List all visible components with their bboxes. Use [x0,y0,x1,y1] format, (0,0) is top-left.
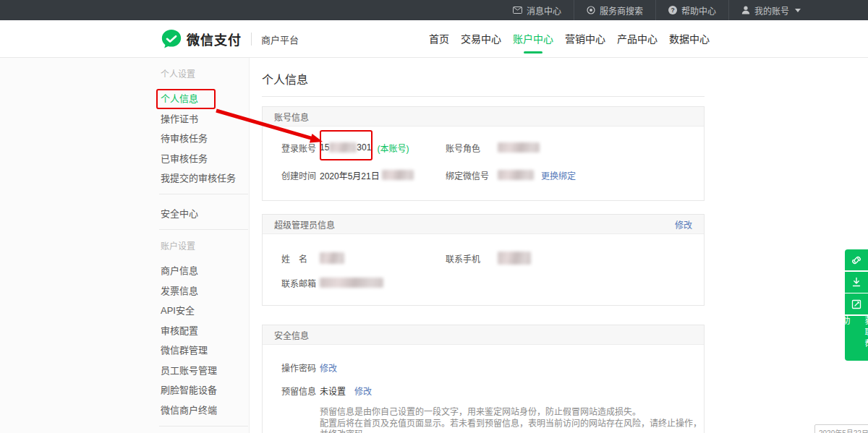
redacted-account-role [498,142,540,153]
title-divider [262,96,705,97]
bound-wechat-row: 绑定微信号 更换绑定 [446,161,704,189]
sidebar-group-title-personal: 个人设置 [161,68,249,81]
topbar-item-label: 帮助中心 [681,4,716,17]
sidebar-item[interactable]: 个人信息 [161,93,249,106]
admin-email-row: 联系邮箱 [281,270,446,295]
page-title: 个人信息 [262,72,705,88]
sidebar-group-title-account: 账户设置 [161,240,249,253]
current-account-tag: (本账号) [377,142,409,154]
super-admin-body: 姓 名 联系手机 联系邮箱 [263,234,704,305]
svg-text:?: ? [671,7,674,14]
sidebar-divider [159,426,248,426]
link-button[interactable] [845,249,868,270]
nav-product-center[interactable]: 产品中心 [617,20,658,58]
portal-name: 商户平台 [261,33,299,46]
feedback-button[interactable] [845,293,868,314]
sidebar-item[interactable]: 已审核任务 [161,153,249,166]
admin-email-label: 联系邮箱 [281,277,320,289]
account-info-panel: 账号信息 登录账号 15301 (本账号) 账号角色 创建时间 2020年5月2… [262,106,705,201]
panel-title: 账号信息 [274,111,309,123]
panel-title: 超级管理员信息 [274,218,335,231]
edit-icon [851,299,861,309]
download-icon [851,277,861,287]
security-info-body: 操作密码 修改 预留信息 未设置 修改 预留信息是由你自己设置的一段文字，用来鉴… [263,345,704,433]
panel-title: 安全信息 [274,329,309,341]
operation-password-row: 操作密码 修改 [281,356,704,378]
nav-home[interactable]: 首页 [429,20,449,58]
chevron-down-icon [795,9,801,12]
login-account-value: 15301 [320,142,371,153]
sidebar-group-personal: 个人信息操作证书待审核任务已审核任务我提交的审核任务 [161,93,249,185]
topbar-item-help-center[interactable]: ? 帮助中心 [655,0,728,20]
user-icon [741,6,750,14]
super-admin-header: 超级管理员信息 修改 [263,215,704,234]
reserved-info-description: 预留信息是由你自己设置的一段文字，用来鉴定网站身份，防止假冒网站造成损失。配置后… [281,407,704,433]
super-admin-panel: 超级管理员信息 修改 姓 名 联系手机 联系邮箱 [262,214,705,306]
sidebar-group-security: 安全中心 [161,207,249,220]
help-icon: ? [668,6,677,14]
nav-transaction-center[interactable]: 交易中心 [461,20,501,58]
sidebar-item[interactable]: 审核配置 [161,325,249,338]
download-button[interactable] [845,272,868,293]
account-role-row: 账号角色 [446,134,704,161]
change-binding-link[interactable]: 更换绑定 [541,169,576,181]
topbar-item-label: 消息中心 [527,4,561,17]
brand-name: 微信支付 [187,30,242,48]
mail-icon [513,7,522,14]
topbar-item-label: 服务商搜索 [600,4,643,17]
get-help-button[interactable]: 获取帮助 [845,316,868,361]
sidebar-item[interactable]: 操作证书 [161,113,249,126]
main-nav: 首页 交易中心 账户中心 营销中心 产品中心 数据中心 [429,20,710,58]
redacted-admin-name [320,252,344,264]
nav-marketing-center[interactable]: 营销中心 [565,20,605,58]
sidebar-item[interactable]: 待审核任务 [161,132,249,145]
sidebar-item[interactable]: 刷脸智能设备 [161,384,249,397]
security-info-panel: 安全信息 操作密码 修改 预留信息 未设置 修改 预留信息是由你自己设置的一段文… [262,325,705,433]
created-time-value: 2020年5月21日 [320,169,380,181]
brand[interactable]: 微信支付 商户平台 [161,20,299,58]
account-info-header: 账号信息 [263,107,704,127]
sidebar-divider [159,194,248,194]
topbar-item-my-account[interactable]: 我的账号 [728,0,813,20]
admin-phone-label: 联系手机 [446,252,490,265]
search-icon [587,6,595,14]
redacted-created-time [382,170,414,180]
nav-account-center[interactable]: 账户中心 [513,20,553,58]
nav-data-center[interactable]: 数据中心 [669,20,710,58]
topbar: 消息中心 服务商搜索 ? 帮助中心 我的账号 [0,0,868,20]
wechat-pay-logo-icon [161,28,182,50]
redacted-login-middle [329,142,357,153]
topbar-item-provider-search[interactable]: 服务商搜索 [574,0,655,20]
sidebar-item[interactable]: 微信群管理 [161,344,249,357]
created-time-row: 创建时间 2020年5月21日 [281,161,446,189]
modify-reserved-link[interactable]: 修改 [354,385,372,397]
sidebar-item[interactable]: 微信商户终端 [161,404,249,417]
topbar-item-label: 我的账号 [754,4,789,17]
sidebar-item[interactable]: 商户信息 [161,265,249,278]
security-info-header: 安全信息 [263,325,704,345]
modify-password-link[interactable]: 修改 [320,361,337,374]
sidebar-item[interactable]: 发票信息 [161,285,249,298]
bound-wechat-label: 绑定微信号 [446,169,490,181]
get-help-label: 获取帮助 [833,316,868,361]
sidebar-item[interactable]: 我提交的审核任务 [161,172,249,185]
admin-name-label: 姓 名 [281,252,320,265]
sidebar-item[interactable]: API安全 [161,304,249,317]
topbar-item-messages[interactable]: 消息中心 [501,0,574,20]
description-line: 预留信息是由你自己设置的一段文字，用来鉴定网站身份，防止假冒网站造成损失。 [320,407,704,419]
login-account-row: 登录账号 15301 (本账号) [281,134,446,161]
created-time-label: 创建时间 [281,169,320,181]
redacted-wechat-id [498,170,534,180]
brand-divider [251,33,252,46]
admin-name-row: 姓 名 [281,246,446,270]
topbar-items: 消息中心 服务商搜索 ? 帮助中心 我的账号 [501,0,813,20]
link-icon [851,255,861,265]
modify-admin-link[interactable]: 修改 [675,218,692,231]
redacted-admin-email [320,278,383,288]
sidebar-item[interactable]: 员工账号管理 [161,364,249,377]
reserved-info-row: 预留信息 未设置 修改 [281,380,704,401]
sidebar-item[interactable]: 安全中心 [161,207,249,220]
account-info-body: 登录账号 15301 (本账号) 账号角色 创建时间 2020年5月21日 绑定… [263,127,704,200]
header: 微信支付 商户平台 首页 交易中心 账户中心 营销中心 产品中心 数据中心 [0,20,868,58]
floating-help-widget: 获取帮助 [845,249,868,361]
